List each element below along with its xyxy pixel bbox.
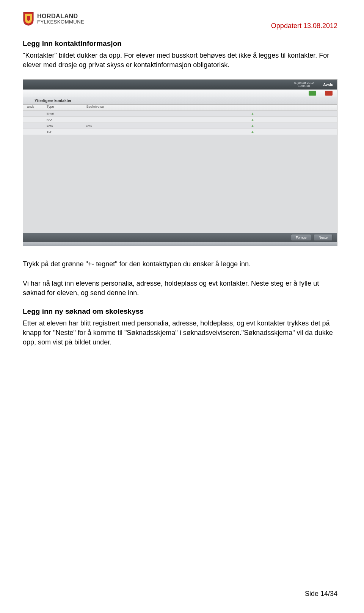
logo-shield-icon xyxy=(23,11,34,26)
ss-col-type: Type xyxy=(47,105,86,110)
ss-date-line2: 10:04:38 xyxy=(294,85,314,88)
plus-icon[interactable]: + xyxy=(251,118,254,122)
ss-col-beskrivelse: Beskrivelse xyxy=(86,105,147,110)
ss-avslutt-label[interactable]: Avslu xyxy=(323,83,333,87)
ss-scalebar xyxy=(23,242,337,246)
row-type: TLF xyxy=(47,130,81,134)
ss-column-headers: ands Type Beskrivelse xyxy=(23,105,337,111)
page-number: Side 14/34 xyxy=(305,590,337,598)
table-row: Email + xyxy=(23,111,337,117)
section-para-soknad: Etter at eleven har blitt registrert med… xyxy=(23,319,337,347)
ss-red-button[interactable] xyxy=(325,91,333,96)
row-type: SMS xyxy=(47,124,81,127)
ss-datetime: 6. januar 2012 10:04:38 xyxy=(294,82,314,88)
row-sms: SMS xyxy=(86,124,92,127)
section-title-soknad: Legg inn ny søknad om skoleskyss xyxy=(23,307,337,316)
ss-green-button[interactable] xyxy=(309,91,316,96)
para-personalia: Vi har nå lagt inn elevens personalia, a… xyxy=(23,279,337,298)
row-type: FAX xyxy=(47,118,81,121)
next-button[interactable]: Neste xyxy=(314,234,333,241)
ss-actionbar xyxy=(23,90,337,97)
section-para-contact: "Kontakter" bildet dukker da opp. For el… xyxy=(23,51,337,70)
plus-icon[interactable]: + xyxy=(251,124,254,128)
app-screenshot: 6. januar 2012 10:04:38 Avslu Ytterliger… xyxy=(23,79,337,246)
ss-bottombar: Forrige Neste xyxy=(23,233,337,242)
org-name-line2: FYLKESKOMMUNE xyxy=(37,19,84,24)
para-green-plus: Trykk på det grønne "+- tegnet" for den … xyxy=(23,259,337,269)
logo-text: HORDALAND FYLKESKOMMUNE xyxy=(37,13,84,24)
ss-subheader: Ytterligere kontakter xyxy=(23,97,337,105)
prev-button[interactable]: Forrige xyxy=(291,234,312,241)
plus-icon[interactable]: + xyxy=(251,112,254,116)
plus-icon[interactable]: + xyxy=(251,130,254,134)
table-row: TLF + xyxy=(23,129,337,135)
ss-col-ands: ands xyxy=(27,105,47,110)
ss-topbar: 6. januar 2012 10:04:38 Avslu xyxy=(23,80,337,90)
table-row: SMS SMS + xyxy=(23,123,337,129)
row-type: Email xyxy=(47,112,81,115)
section-title-contact: Legg inn kontaktinformasjon xyxy=(23,39,337,48)
org-name-line1: HORDALAND xyxy=(37,13,84,19)
table-row: FAX + xyxy=(23,117,337,123)
